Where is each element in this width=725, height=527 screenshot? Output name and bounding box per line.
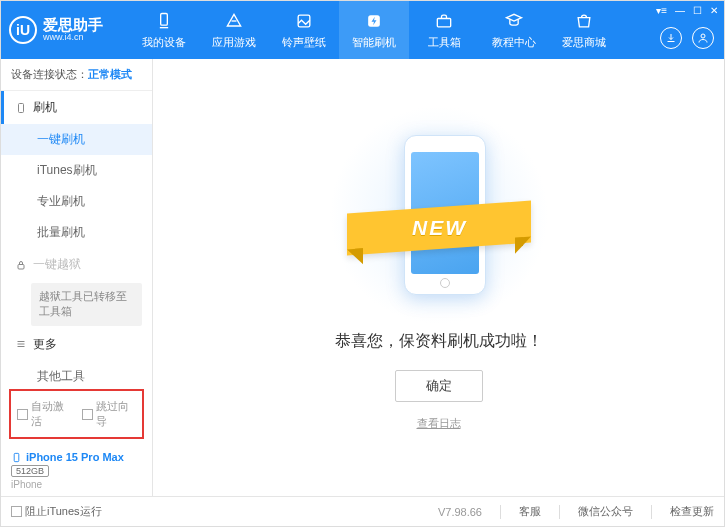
nav-tutorials[interactable]: 教程中心 [479, 1, 549, 59]
svg-rect-8 [18, 264, 24, 269]
list-icon [15, 338, 27, 350]
new-ribbon: NEW [411, 216, 466, 240]
menu-oneclick-flash[interactable]: 一键刷机 [1, 124, 152, 155]
success-message: 恭喜您，保资料刷机成功啦！ [335, 331, 543, 352]
minimize-button[interactable]: — [675, 5, 685, 16]
device-type: iPhone [11, 479, 142, 490]
store-icon [574, 11, 594, 31]
jailbreak-moved-note: 越狱工具已转移至工具箱 [31, 283, 142, 326]
device-icon [154, 11, 174, 31]
svg-rect-0 [161, 13, 168, 25]
view-log-link[interactable]: 查看日志 [417, 416, 461, 431]
highlighted-options: 自动激活 跳过向导 [9, 389, 144, 439]
device-small-icon [11, 452, 22, 463]
nav-store[interactable]: 爱思商城 [549, 1, 619, 59]
phone-outline-icon [15, 102, 27, 114]
user-icon [697, 32, 709, 44]
nav-apps-games[interactable]: 应用游戏 [199, 1, 269, 59]
footer-support[interactable]: 客服 [519, 504, 541, 519]
download-button[interactable] [660, 27, 682, 49]
top-nav: 我的设备 应用游戏 铃声壁纸 智能刷机 工具箱 教程中心 [129, 1, 716, 59]
checkbox-auto-activate[interactable]: 自动激活 [17, 399, 72, 429]
maximize-button[interactable]: ☐ [693, 5, 702, 16]
app-subdomain: www.i4.cn [43, 33, 103, 43]
device-info: iPhone 15 Pro Max 512GB iPhone [1, 445, 152, 496]
apps-icon [224, 11, 244, 31]
footer-check-update[interactable]: 检查更新 [670, 504, 714, 519]
svg-rect-7 [19, 103, 24, 112]
ok-button[interactable]: 确定 [395, 370, 483, 402]
nav-my-device[interactable]: 我的设备 [129, 1, 199, 59]
window-controls: ▾≡ — ☐ ✕ [656, 5, 718, 16]
success-illustration: NEW [359, 125, 519, 315]
status-bar: 阻止iTunes运行 V7.98.66 客服 微信公众号 检查更新 [1, 496, 724, 526]
tutorial-icon [504, 11, 524, 31]
version-label: V7.98.66 [438, 506, 482, 518]
svg-rect-5 [437, 18, 450, 26]
svg-rect-12 [14, 453, 19, 461]
close-button[interactable]: ✕ [710, 5, 718, 16]
logo-icon: iU [9, 16, 37, 44]
menu-batch-flash[interactable]: 批量刷机 [1, 217, 152, 248]
footer-wechat[interactable]: 微信公众号 [578, 504, 633, 519]
toolbox-icon [434, 11, 454, 31]
window-menu[interactable]: ▾≡ [656, 5, 667, 16]
checkbox-skip-setup[interactable]: 跳过向导 [82, 399, 137, 429]
flash-icon [364, 11, 384, 31]
menu-itunes-flash[interactable]: iTunes刷机 [1, 155, 152, 186]
nav-smart-flash[interactable]: 智能刷机 [339, 1, 409, 59]
account-button[interactable] [692, 27, 714, 49]
main-content: NEW 恭喜您，保资料刷机成功啦！ 确定 查看日志 [153, 59, 724, 496]
app-title: 爱思助手 [43, 17, 103, 34]
checkbox-block-itunes[interactable]: 阻止iTunes运行 [11, 504, 102, 519]
logo: iU 爱思助手 www.i4.cn [9, 16, 129, 44]
device-status: 设备连接状态：正常模式 [1, 59, 152, 91]
nav-ringtone-wallpaper[interactable]: 铃声壁纸 [269, 1, 339, 59]
section-flash[interactable]: 刷机 [1, 91, 152, 124]
media-icon [294, 11, 314, 31]
menu-other-tools[interactable]: 其他工具 [1, 361, 152, 383]
sidebar: 设备连接状态：正常模式 刷机 一键刷机 iTunes刷机 专业刷机 批量刷机 一… [1, 59, 153, 496]
device-name[interactable]: iPhone 15 Pro Max [11, 451, 142, 463]
download-icon [665, 32, 677, 44]
device-storage: 512GB [11, 465, 49, 477]
section-jailbreak: 一键越狱 [1, 248, 152, 281]
svg-point-6 [701, 34, 705, 38]
section-more[interactable]: 更多 [1, 328, 152, 361]
menu-pro-flash[interactable]: 专业刷机 [1, 186, 152, 217]
lock-icon [15, 259, 27, 271]
nav-toolbox[interactable]: 工具箱 [409, 1, 479, 59]
app-header: iU 爱思助手 www.i4.cn 我的设备 应用游戏 铃声壁纸 智能刷机 [1, 1, 724, 59]
